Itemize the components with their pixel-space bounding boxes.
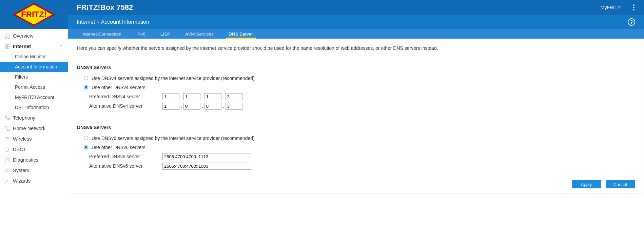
dnsv6-other-label: Use other DNSv6 servers — [92, 145, 145, 150]
dnsv4-alt-octet-1[interactable] — [162, 103, 179, 110]
sidebar-nav: OverviewInternet⌃Online MonitorAccount I… — [0, 29, 68, 186]
dot-sep: . — [223, 103, 224, 109]
dnsv4-alt-label: Alternative DNSv4 server — [89, 103, 162, 109]
tab-internet-connection[interactable]: Internet Connection — [74, 29, 129, 39]
dnsv4-alt-octet-3[interactable] — [204, 103, 221, 110]
dnsv6-heading: DNSv6 Servers — [77, 125, 635, 130]
dnsv4-preferred-label: Preferred DNSv4 server — [89, 94, 162, 99]
svg-point-10 — [633, 9, 635, 11]
sidebar-item-telephony[interactable]: Telephony — [0, 112, 68, 123]
dot-sep: . — [181, 103, 182, 109]
svg-rect-4 — [7, 129, 9, 130]
sidebar-item-internet[interactable]: Internet⌃ — [0, 41, 68, 51]
tab-ipv6[interactable]: IPv6 — [129, 29, 153, 39]
dnsv4-heading: DNSv4 Servers — [77, 65, 635, 70]
svg-text:FRITZ!: FRITZ! — [21, 10, 47, 19]
page-description: Here you can specify whether the servers… — [77, 45, 635, 57]
dnsv4-alt-octet-4[interactable] — [226, 103, 242, 110]
sidebar-item-label: Home Network — [13, 126, 45, 131]
dnsv4-other-option[interactable]: Use other DNSv4 servers — [84, 83, 635, 92]
sidebar-item-label: DECT — [13, 147, 26, 152]
sidebar-item-label: Overview — [13, 33, 33, 39]
dnsv4-other-label: Use other DNSv4 servers — [92, 85, 145, 90]
gear-icon — [4, 167, 10, 173]
dnsv4-alt-octet-2[interactable] — [183, 103, 200, 110]
dnsv4-preferred-octet-2[interactable] — [183, 93, 200, 100]
dnsv6-preferred-input[interactable] — [162, 153, 251, 160]
breadcrumb-bar: Internet › Account Information ? — [68, 15, 644, 29]
sidebar-subitem-account-information[interactable]: Account Information — [0, 62, 68, 72]
dnsv6-isp-radio[interactable] — [84, 136, 88, 140]
dnsv6-isp-label: Use DNSv6 servers assigned by the intern… — [92, 136, 255, 141]
sidebar-subitem-dsl-information[interactable]: DSL Information — [0, 102, 68, 112]
dnsv6-isp-option[interactable]: Use DNSv6 servers assigned by the intern… — [84, 133, 635, 143]
sidebar-subitem-myfritz-account[interactable]: MyFRITZ! Account — [0, 92, 68, 102]
breadcrumb-separator: › — [97, 19, 99, 25]
breadcrumb-current: Account Information — [101, 19, 149, 25]
dot-sep: . — [202, 103, 203, 109]
svg-point-7 — [6, 169, 8, 171]
tab-lisp[interactable]: LISP — [153, 29, 178, 39]
help-icon[interactable]: ? — [628, 18, 635, 26]
tab-avm-services[interactable]: AVM Services — [178, 29, 221, 39]
menu-icon[interactable] — [632, 4, 636, 11]
sidebar-subitem-permit-access[interactable]: Permit Access — [0, 82, 68, 92]
dnsv6-other-radio[interactable] — [84, 145, 88, 149]
sidebar-subitem-filters[interactable]: Filters — [0, 72, 68, 82]
dnsv4-isp-label: Use DNSv4 servers assigned by the intern… — [92, 76, 255, 81]
sidebar-item-label: Telephony — [13, 115, 35, 121]
wifi-icon — [4, 136, 10, 142]
sidebar-subitem-online-monitor[interactable]: Online Monitor — [0, 51, 68, 62]
dot-sep: . — [181, 94, 182, 99]
tab-dns-server[interactable]: DNS Server — [221, 29, 260, 39]
dot-sep: . — [202, 94, 203, 99]
chevron-up-icon: ⌃ — [60, 44, 63, 49]
fritz-logo: FRITZ! — [0, 0, 68, 29]
dnsv6-alt-label: Alternative DNSv6 server — [89, 163, 162, 169]
dnsv4-preferred-octet-1[interactable] — [162, 93, 179, 100]
dot-sep: . — [223, 94, 224, 99]
dnsv4-other-radio[interactable] — [84, 85, 88, 89]
cancel-button[interactable]: Cancel — [606, 180, 635, 188]
svg-rect-5 — [6, 147, 8, 152]
diag-icon — [4, 157, 10, 163]
apply-button[interactable]: Apply — [572, 180, 601, 188]
sidebar-item-dect[interactable]: DECT — [0, 144, 68, 154]
sidebar-item-diagnostics[interactable]: Diagnostics — [0, 154, 68, 165]
dect-icon — [4, 146, 10, 152]
wand-icon — [4, 178, 10, 184]
tabs-bar: Internet ConnectionIPv6LISPAVM ServicesD… — [68, 29, 644, 39]
svg-point-9 — [633, 7, 635, 8]
sidebar-item-overview[interactable]: Overview — [0, 30, 68, 41]
network-icon — [4, 125, 10, 131]
product-title: FRITZ!Box 7582 — [68, 3, 133, 12]
myfritz-link[interactable]: MyFRITZ! — [601, 5, 622, 10]
sidebar-item-label: Internet — [13, 44, 31, 49]
home-icon — [4, 33, 10, 39]
dnsv6-other-option[interactable]: Use other DNSv6 servers — [84, 143, 635, 152]
phone-icon — [4, 115, 10, 121]
svg-rect-3 — [5, 126, 7, 128]
section-divider — [77, 117, 635, 117]
dnsv4-isp-radio[interactable] — [84, 76, 88, 80]
top-banner: FRITZ!Box 7582 MyFRITZ! — [68, 0, 644, 15]
dnsv4-preferred-octet-4[interactable] — [226, 93, 242, 100]
dnsv6-preferred-label: Preferred DNSv6 server — [89, 154, 162, 159]
main-panel: Here you can specify whether the servers… — [68, 39, 644, 193]
dnsv4-preferred-octet-3[interactable] — [204, 93, 221, 100]
sidebar-item-system[interactable]: System — [0, 165, 68, 175]
sidebar-item-label: System — [13, 168, 29, 173]
sidebar-item-label: Diagnostics — [13, 157, 38, 163]
svg-point-8 — [633, 4, 635, 6]
globe-icon — [4, 43, 10, 49]
sidebar-item-label: Wizards — [13, 178, 31, 184]
sidebar-item-wizards[interactable]: Wizards — [0, 175, 68, 186]
sidebar-item-home-network[interactable]: Home Network — [0, 123, 68, 133]
breadcrumb-parent[interactable]: Internet — [77, 19, 95, 25]
dnsv4-isp-option[interactable]: Use DNSv4 servers assigned by the intern… — [84, 74, 635, 83]
dnsv6-alt-input[interactable] — [162, 163, 251, 170]
sidebar-item-wireless[interactable]: Wireless — [0, 133, 68, 144]
sidebar-item-label: Wireless — [13, 136, 32, 142]
